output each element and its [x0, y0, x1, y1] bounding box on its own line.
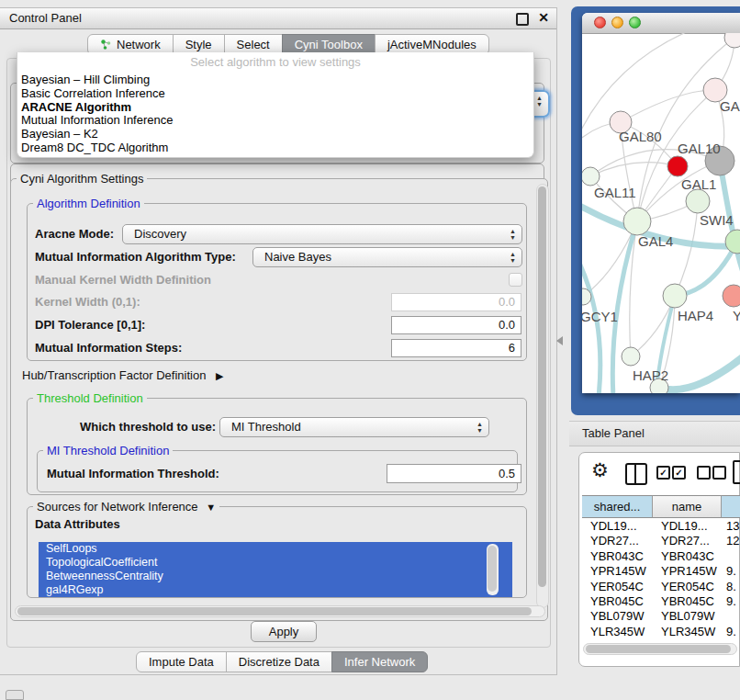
column-header-name[interactable]: name	[653, 495, 722, 518]
table-row[interactable]: YBL079WYBL079W	[582, 609, 740, 624]
table-cell[interactable]: YBR043C	[653, 549, 722, 564]
table-cell[interactable]: YDL19...	[653, 519, 722, 534]
table-cell[interactable]: 9.	[722, 594, 740, 609]
table-row[interactable]: YER054CYER054C8.	[582, 580, 740, 594]
table-cell[interactable]: YIL052C	[653, 639, 722, 640]
collapse-down-icon[interactable]: ▼	[206, 502, 216, 513]
table-cell[interactable]: YDR27...	[582, 534, 653, 548]
table-cell[interactable]: YIL052C	[582, 639, 653, 640]
algorithm-option-dream8-dc-tdc-algorithm[interactable]: Dream8 DC_TDC Algorithm	[19, 141, 532, 155]
table-cell[interactable]: YPR145W	[653, 564, 722, 579]
node-red[interactable]	[667, 156, 688, 176]
mi-steps-field[interactable]: 6	[391, 339, 521, 357]
node-gal1[interactable]	[686, 189, 710, 213]
float-panel-icon[interactable]	[516, 13, 529, 26]
scrollbar-thumb[interactable]	[538, 186, 546, 587]
table-row[interactable]: YBR043CYBR043C	[582, 549, 740, 564]
table-cell[interactable]: YLR345W	[582, 625, 653, 639]
zoom-traffic-light-icon[interactable]	[629, 17, 641, 28]
node-gal4[interactable]	[623, 208, 651, 235]
algorithm-option-bayesian-k2[interactable]: Bayesian – K2	[19, 128, 532, 141]
table-cell[interactable]: YPR145W	[582, 564, 653, 579]
column-header-a[interactable]: A	[722, 495, 740, 518]
settings-horizontal-scrollbar[interactable]	[15, 605, 545, 617]
table-cell[interactable]: 9.	[722, 625, 740, 639]
scrollbar-thumb[interactable]	[17, 607, 532, 615]
node-gal11[interactable]	[582, 167, 600, 186]
node-hap2[interactable]	[622, 347, 640, 366]
mi-algorithm-type-combobox[interactable]: Naive Bayes ▲▼	[252, 247, 522, 267]
table-row[interactable]: YPR145WYPR145W9.	[582, 564, 740, 579]
table-cell[interactable]	[722, 609, 740, 624]
table-row[interactable]: YLR345WYLR345W9.	[582, 625, 740, 639]
close-icon[interactable]: ✕	[538, 10, 549, 25]
bottom-tab-infer-network[interactable]: Infer Network	[331, 651, 428, 672]
select-all-checkbox-icon[interactable]: ✓	[656, 466, 670, 480]
table-cell[interactable]: YDR27...	[653, 534, 722, 548]
settings-vertical-scrollbar[interactable]	[536, 184, 549, 608]
table-cell[interactable]: YBR043C	[582, 549, 653, 564]
table-cell[interactable]: YBR045C	[653, 594, 722, 609]
deselect-all-checkbox-icon[interactable]	[712, 466, 726, 480]
table-cell[interactable]: YBL079W	[582, 609, 653, 624]
select-all-checkbox-icon[interactable]: ✓	[672, 466, 686, 480]
export-table-icon[interactable]	[733, 460, 740, 484]
table-cell[interactable]: 13	[722, 519, 740, 534]
gear-icon[interactable]: ⚙	[591, 459, 609, 481]
hub-definition-toggle[interactable]: Hub/Transcription Factor Definition ▶	[22, 368, 223, 382]
mi-threshold-field[interactable]: 0.5	[387, 464, 521, 483]
node-swi4[interactable]	[725, 230, 740, 254]
dpi-tolerance-field[interactable]: 0.0	[391, 316, 521, 334]
node-hap4[interactable]	[663, 284, 687, 308]
table-row[interactable]: YDR27...YDR27...12	[582, 534, 740, 548]
sources-title[interactable]: Sources for Network Inference ▼	[33, 500, 219, 514]
table-cell[interactable]: 12	[722, 534, 740, 548]
attribute-gal4rgexp[interactable]: gal4RGexp	[39, 583, 512, 597]
scrollbar-thumb[interactable]	[488, 546, 497, 592]
bottom-tab-discretize-data[interactable]: Discretize Data	[226, 651, 332, 672]
table-row[interactable]: YBR045CYBR045C9.	[582, 594, 740, 609]
table-cell[interactable]: YBL079W	[653, 609, 722, 624]
network-canvas[interactable]: GALGAL80GAL10GAL11GAL1SWI4GAL4GCY1HAP4YH…	[582, 33, 740, 393]
expand-right-icon[interactable]: ▶	[216, 370, 223, 381]
node-y[interactable]	[723, 285, 740, 307]
table-cell[interactable]: 9	[722, 639, 740, 640]
algorithm-option-aracne-algorithm[interactable]: ARACNE Algorithm	[19, 101, 532, 115]
apply-button[interactable]: Apply	[251, 621, 317, 642]
algorithm-option-basic-correlation-inference[interactable]: Basic Correlation Inference	[19, 87, 532, 101]
table-cell[interactable]: YLR345W	[653, 625, 722, 639]
table-cell[interactable]: 9.	[722, 564, 740, 579]
table-cell[interactable]: YDL19...	[582, 519, 653, 534]
table-cell[interactable]: YER054C	[653, 580, 722, 594]
table-cell[interactable]	[722, 549, 740, 564]
scrollbar-thumb[interactable]	[586, 645, 731, 653]
attribute-betweennesscentrality[interactable]: BetweennessCentrality	[39, 570, 512, 583]
attribute-selfloops[interactable]: SelfLoops	[39, 542, 512, 556]
table-cell[interactable]: YBR045C	[582, 594, 653, 609]
minimize-traffic-light-icon[interactable]	[611, 17, 623, 28]
kernel-width-field[interactable]: 0.0	[391, 293, 521, 311]
data-attributes-list[interactable]: SelfLoopsTopologicalCoefficientBetweenne…	[39, 542, 512, 597]
algorithm-dropdown[interactable]: Select algorithm to view settings Bayesi…	[17, 52, 534, 158]
attribute-topologicalcoefficient[interactable]: TopologicalCoefficient	[39, 556, 512, 570]
attribute-list-scrollbar[interactable]	[487, 544, 499, 595]
node-n-top[interactable]	[724, 33, 740, 48]
algorithm-option-bayesian-hill-climbing[interactable]: Bayesian – Hill Climbing	[19, 73, 532, 87]
split-pane-grip[interactable]	[556, 336, 563, 345]
split-columns-icon[interactable]	[625, 463, 647, 485]
table-cell[interactable]: YER054C	[582, 580, 653, 594]
table-horizontal-scrollbar[interactable]	[583, 643, 737, 655]
manual-kernel-checkbox[interactable]	[509, 273, 522, 287]
algorithm-option-mutual-information-inference[interactable]: Mutual Information Inference	[19, 114, 532, 128]
column-header-shared[interactable]: shared...	[582, 495, 653, 518]
network-window-titlebar[interactable]	[582, 13, 740, 34]
deselect-all-checkbox-icon[interactable]	[697, 466, 711, 480]
bottom-tab-impute-data[interactable]: Impute Data	[136, 651, 227, 672]
which-threshold-combobox[interactable]: MI Threshold ▲▼	[219, 417, 489, 437]
algorithm-dropdown-placeholder[interactable]: Select algorithm to view settings	[17, 55, 533, 69]
close-traffic-light-icon[interactable]	[594, 17, 606, 28]
table-row[interactable]: YDL19...YDL19...13	[582, 519, 740, 534]
table-row[interactable]: YIL052CYIL052C9	[582, 639, 740, 640]
table-cell[interactable]: 8.	[722, 580, 740, 594]
aracne-mode-combobox[interactable]: Discovery ▲▼	[122, 224, 522, 244]
